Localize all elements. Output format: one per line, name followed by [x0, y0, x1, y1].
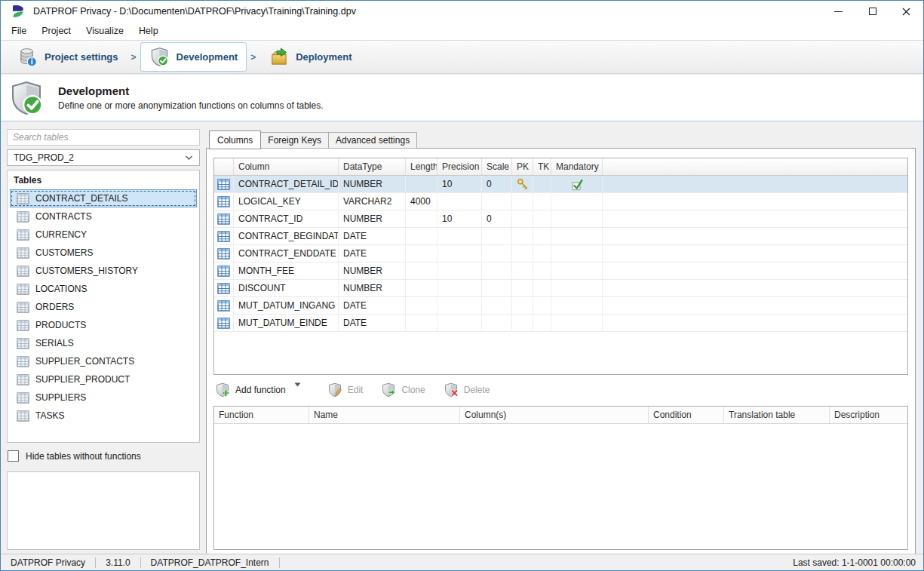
- column-icon: [217, 196, 230, 207]
- cell-mandatory: [551, 280, 603, 296]
- header-datatype[interactable]: DataType: [339, 158, 406, 175]
- cell-tk: [533, 176, 551, 192]
- page-title: Development: [58, 84, 324, 97]
- column-row[interactable]: MUT_DATUM_INGANG DATE: [214, 297, 907, 315]
- cell-precision: [437, 193, 482, 210]
- header-column[interactable]: Column: [234, 158, 339, 175]
- chevron-down-icon: [185, 155, 193, 161]
- status-separator: [279, 557, 280, 568]
- sidebar-item-customers[interactable]: CUSTOMERS: [10, 244, 197, 262]
- column-row[interactable]: CONTRACT_ENDDATE DATE: [214, 245, 907, 262]
- page-subtitle: Define one or more anonymization functio…: [58, 100, 324, 111]
- sidebar-item-locations[interactable]: LOCATIONS: [10, 280, 197, 298]
- search-input[interactable]: [7, 129, 200, 146]
- schema-select[interactable]: TDG_PROD_2: [7, 149, 200, 166]
- tables-list-title: Tables: [8, 170, 199, 189]
- sidebar-item-suppliers[interactable]: SUPPLIERS: [10, 388, 197, 407]
- edit-function-button[interactable]: Edit: [327, 382, 364, 398]
- header-name[interactable]: Name: [309, 407, 460, 423]
- header-condition[interactable]: Condition: [649, 407, 724, 423]
- column-row[interactable]: CONTRACT_BEGINDATE DATE: [214, 228, 907, 245]
- breadcrumb-deployment[interactable]: Deployment: [259, 42, 361, 72]
- breadcrumb-project-settings[interactable]: Project settings: [8, 42, 127, 72]
- table-icon: [17, 284, 29, 295]
- cell-scale: [482, 193, 512, 210]
- menu-help[interactable]: Help: [131, 22, 166, 40]
- breadcrumb: Project settings > Development > Deploym…: [1, 41, 923, 74]
- column-row[interactable]: MONTH_FEE NUMBER: [214, 262, 907, 280]
- sidebar-item-supplier-contacts[interactable]: SUPPLIER_CONTACTS: [10, 352, 197, 370]
- add-function-button[interactable]: Add function: [215, 382, 309, 398]
- column-row[interactable]: CONTRACT_ID NUMBER 10 0: [214, 210, 907, 228]
- sidebar-item-currency[interactable]: CURRENCY: [10, 226, 197, 244]
- menu-visualize[interactable]: Visualize: [78, 22, 131, 40]
- header-pk[interactable]: PK: [512, 158, 533, 175]
- column-row[interactable]: DISCOUNT NUMBER: [214, 280, 907, 297]
- sidebar-item-customers-history[interactable]: CUSTOMERS_HISTORY: [10, 262, 197, 280]
- column-row[interactable]: CONTRACT_DETAIL_ID NUMBER 10 0: [214, 176, 907, 193]
- header-columns[interactable]: Column(s): [460, 407, 649, 423]
- status-bar: DATPROF Privacy 3.11.0 DATPROF_DATPROF_I…: [1, 554, 923, 570]
- app-window: DATPROF Privacy - D:\Documenten\DATPROF\…: [0, 0, 924, 571]
- cell-pk: [512, 210, 533, 227]
- cell-column: CONTRACT_DETAIL_ID: [234, 176, 339, 192]
- menu-project[interactable]: Project: [34, 22, 78, 40]
- table-icon: [17, 338, 29, 349]
- cell-precision: [437, 280, 482, 296]
- window-controls: [821, 1, 923, 22]
- cell-datatype: DATE: [339, 245, 406, 262]
- table-name: CURRENCY: [35, 229, 87, 240]
- cell-datatype: NUMBER: [339, 280, 406, 296]
- cell-scale: [482, 228, 512, 244]
- minimize-button[interactable]: [821, 1, 855, 22]
- function-toolbar: Add function Edit Clone: [215, 380, 490, 400]
- functions-table: Function Name Column(s) Condition Transl…: [213, 406, 908, 550]
- cell-scale: 0: [482, 210, 512, 227]
- table-icon: [17, 392, 29, 404]
- sidebar-item-tasks[interactable]: TASKS: [10, 407, 197, 425]
- hide-tables-checkbox[interactable]: [8, 450, 19, 462]
- column-row[interactable]: MUT_DATUM_EINDE DATE: [214, 315, 907, 332]
- maximize-button[interactable]: [855, 1, 889, 22]
- dropdown-arrow-icon: [294, 382, 309, 398]
- menu-file[interactable]: File: [4, 22, 34, 40]
- sidebar-item-contracts[interactable]: CONTRACTS: [10, 207, 197, 226]
- header-precision[interactable]: Precision: [437, 158, 482, 175]
- status-connection: DATPROF_DATPROF_Intern: [141, 557, 279, 568]
- header-tk[interactable]: TK: [533, 158, 551, 175]
- header-description[interactable]: Description: [830, 407, 907, 423]
- delete-function-button[interactable]: Delete: [444, 382, 490, 398]
- cell-tk: [533, 315, 551, 331]
- sidebar-item-orders[interactable]: ORDERS: [10, 298, 197, 316]
- cell-length: [406, 210, 437, 227]
- tab-advanced-settings[interactable]: Advanced settings: [329, 132, 417, 149]
- header-length[interactable]: Length: [406, 158, 437, 175]
- cell-precision: [437, 315, 482, 331]
- sidebar-item-products[interactable]: PRODUCTS: [10, 316, 197, 334]
- cell-column: CONTRACT_BEGINDATE: [234, 228, 339, 244]
- clone-function-button[interactable]: Clone: [381, 382, 425, 398]
- sidebar-item-serials[interactable]: SERIALS: [10, 334, 197, 352]
- close-button[interactable]: [889, 1, 923, 22]
- cell-pk: [512, 176, 533, 192]
- column-icon: [217, 283, 230, 294]
- tab-columns[interactable]: Columns: [209, 130, 261, 149]
- status-app-name: DATPROF Privacy: [1, 557, 95, 568]
- tab-foreign-keys[interactable]: Foreign Keys: [261, 132, 329, 149]
- breadcrumb-development[interactable]: Development: [140, 42, 247, 72]
- cell-pk: [512, 280, 533, 296]
- cell-pk: [512, 262, 533, 279]
- header-scale[interactable]: Scale: [482, 158, 512, 175]
- app-logo-icon: [11, 4, 26, 19]
- table-name: CUSTOMERS: [35, 247, 93, 258]
- column-row[interactable]: LOGICAL_KEY VARCHAR2 4000: [214, 193, 907, 210]
- table-name: SERIALS: [35, 338, 74, 348]
- cell-precision: 10: [437, 176, 482, 192]
- header-mandatory[interactable]: Mandatory: [551, 158, 603, 175]
- cell-tk: [533, 297, 551, 314]
- header-function[interactable]: Function: [214, 407, 309, 423]
- sidebar-item-contract-details[interactable]: CONTRACT_DETAILS: [10, 189, 197, 207]
- sidebar-item-supplier-product[interactable]: SUPPLIER_PRODUCT: [10, 370, 197, 388]
- cell-length: [406, 280, 437, 296]
- header-translation-table[interactable]: Translation table: [724, 407, 830, 423]
